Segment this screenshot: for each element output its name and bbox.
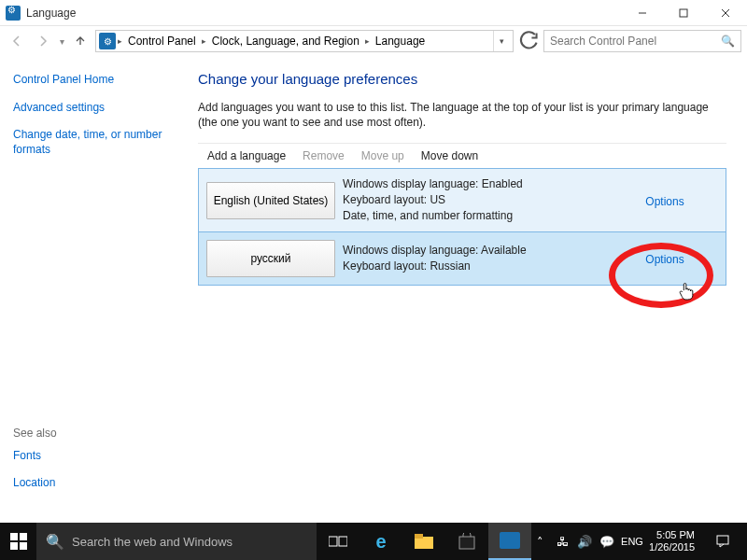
taskbar-search-placeholder: Search the web and Windows [72, 535, 233, 549]
network-icon[interactable]: 🖧 [554, 535, 571, 549]
svg-rect-9 [339, 537, 347, 546]
options-link[interactable]: Options [645, 195, 684, 208]
language-indicator[interactable]: ENG [621, 536, 638, 547]
language-name: русский [206, 240, 335, 277]
move-up-button: Move up [361, 149, 404, 162]
link-cp-home[interactable]: Control Panel Home [13, 73, 185, 88]
taskbar-search[interactable]: 🔍 Search the web and Windows [36, 523, 317, 560]
chevron-right-icon: ▸ [118, 36, 122, 46]
start-button[interactable] [0, 523, 36, 560]
crumb-language[interactable]: Language [372, 35, 429, 48]
svg-rect-12 [459, 537, 474, 549]
page-description: Add languages you want to use to this li… [198, 100, 726, 130]
forward-button[interactable] [32, 30, 54, 52]
svg-rect-13 [717, 536, 728, 544]
link-location[interactable]: Location [13, 476, 181, 491]
task-view-button[interactable] [317, 523, 359, 560]
window-title: Language [26, 7, 76, 20]
svg-rect-1 [680, 9, 687, 17]
search-icon[interactable]: 🔍 [721, 35, 735, 48]
language-info: Windows display language: Enabled Keyboa… [343, 169, 604, 231]
search-icon: 🔍 [46, 533, 64, 551]
svg-rect-8 [329, 537, 337, 546]
clock-date: 1/26/2015 [649, 541, 695, 553]
search-input[interactable] [550, 35, 721, 48]
language-name: English (United States) [206, 182, 335, 219]
language-info: Windows display language: Available Keyb… [343, 235, 604, 282]
options-link[interactable]: Options [645, 253, 684, 266]
refresh-button[interactable] [517, 30, 540, 52]
taskbar: 🔍 Search the web and Windows e ˄ 🖧 🔊 💬 E… [0, 523, 747, 560]
link-advanced-settings[interactable]: Advanced settings [13, 101, 185, 116]
see-also-heading: See also [13, 427, 181, 440]
main-panel: Change your language preferences Add lan… [198, 56, 747, 523]
move-down-button[interactable]: Move down [421, 149, 478, 162]
ie-icon[interactable]: e [359, 523, 402, 560]
address-bar[interactable]: ⚙ ▸ Control Panel ▸ Clock, Language, and… [95, 30, 514, 52]
explorer-icon[interactable] [402, 523, 445, 560]
close-button[interactable] [704, 0, 747, 26]
add-language-button[interactable]: Add a language [207, 149, 286, 162]
system-tray: ˄ 🖧 🔊 💬 ENG 5:05 PM 1/26/2015 [531, 529, 747, 553]
svg-rect-7 [20, 542, 27, 550]
taskbar-apps: e [317, 523, 531, 560]
up-button[interactable] [69, 30, 92, 52]
app-icon [6, 6, 21, 21]
page-title: Change your language preferences [198, 71, 726, 87]
store-icon[interactable] [445, 523, 488, 560]
control-panel-task[interactable] [488, 523, 531, 560]
minimize-button[interactable] [622, 0, 663, 26]
language-row-english[interactable]: English (United States) Windows display … [199, 169, 726, 231]
recent-dropdown[interactable]: ▾ [58, 36, 65, 47]
notifications-button[interactable] [706, 535, 740, 548]
svg-rect-11 [415, 534, 423, 539]
volume-icon[interactable]: 🔊 [576, 535, 593, 549]
language-toolbar: Add a language Remove Move up Move down [198, 143, 726, 168]
chevron-right-icon: ▸ [202, 36, 206, 46]
svg-rect-6 [10, 542, 18, 550]
remove-button: Remove [303, 149, 345, 162]
link-fonts[interactable]: Fonts [13, 449, 181, 464]
crumb-control-panel[interactable]: Control Panel [124, 35, 200, 48]
left-nav: Control Panel Home Advanced settings Cha… [0, 56, 198, 523]
title-bar: Language [0, 0, 747, 26]
control-panel-icon: ⚙ [99, 33, 116, 49]
link-date-formats[interactable]: Change date, time, or number formats [13, 128, 185, 157]
chevron-right-icon: ▸ [365, 36, 370, 46]
tray-overflow[interactable]: ˄ [531, 535, 548, 549]
language-list: English (United States) Windows display … [198, 168, 726, 285]
maximize-button[interactable] [663, 0, 704, 26]
search-box[interactable]: 🔍 [543, 30, 741, 52]
svg-rect-5 [20, 533, 27, 540]
action-center-icon[interactable]: 💬 [599, 535, 615, 549]
clock-time: 5:05 PM [649, 529, 695, 541]
crumb-clock-lang-region[interactable]: Clock, Language, and Region [208, 35, 363, 48]
language-row-russian[interactable]: русский Windows display language: Availa… [199, 231, 726, 285]
nav-bar: ▾ ⚙ ▸ Control Panel ▸ Clock, Language, a… [0, 26, 747, 56]
back-button[interactable] [6, 30, 28, 52]
address-dropdown[interactable]: ▾ [493, 31, 510, 51]
svg-rect-4 [10, 533, 18, 540]
clock[interactable]: 5:05 PM 1/26/2015 [643, 529, 700, 553]
